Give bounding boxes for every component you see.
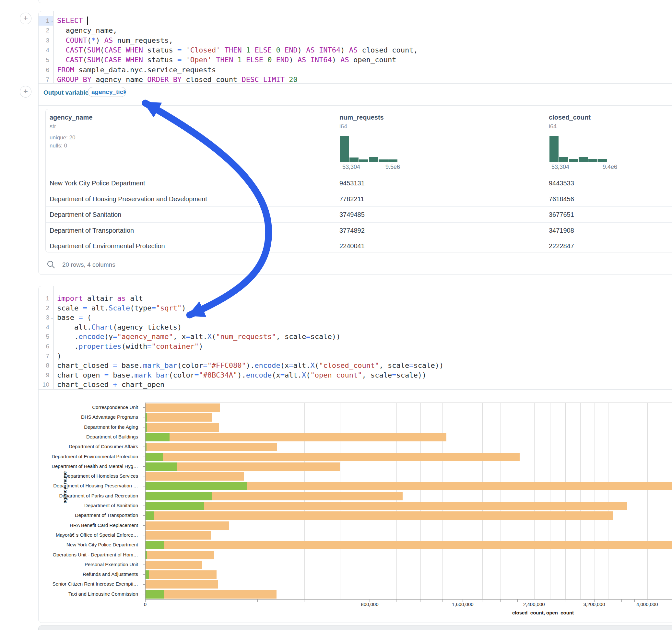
- chart-row: [146, 403, 672, 413]
- histogram-bar: [569, 159, 578, 162]
- x-tick: [482, 600, 482, 602]
- closed-count-histogram: [549, 136, 607, 162]
- histogram-bar: [579, 157, 588, 162]
- cell-closed_count: 9443533: [549, 179, 574, 187]
- histogram-bar: [350, 158, 359, 162]
- chart-row: [146, 570, 672, 579]
- chart-row: [146, 531, 672, 540]
- y-axis-label: Department of Buildings: [0, 432, 138, 442]
- cell-num_requests: 3774892: [339, 227, 365, 234]
- hist-max-label: 9.5e6: [385, 164, 400, 170]
- code-line[interactable]: 9chart_open = base.mark_bar(color="#8BC3…: [39, 370, 672, 380]
- y-axis-label: Department of Environmental Protection: [0, 452, 138, 461]
- y-tick: [143, 525, 145, 526]
- table-row[interactable]: Department of Transportation377489234719…: [46, 222, 672, 239]
- output-row-divider: [39, 105, 672, 106]
- line-number: 1⌄: [39, 16, 53, 26]
- bar-closed_count: [146, 571, 217, 579]
- code-line[interactable]: 6FROM sample_data.nyc.service_requests: [39, 65, 672, 75]
- column-header-num-requests[interactable]: num_requests i64: [339, 114, 384, 130]
- x-tick: [257, 600, 258, 602]
- editor-bottom-divider: [39, 83, 672, 84]
- y-tick: [143, 506, 145, 506]
- bar-closed_count: [146, 443, 277, 451]
- code-line[interactable]: 3⌄base = (: [39, 313, 672, 322]
- add-cell-button-output[interactable]: +: [20, 86, 31, 98]
- code-line[interactable]: 10chart_closed + chart_open: [39, 380, 672, 390]
- x-tick: [340, 600, 340, 602]
- output-variable-input[interactable]: agency_tickets: [88, 87, 126, 97]
- code-line[interactable]: 3 COUNT(*) AS num_requests,: [39, 35, 672, 45]
- chart-row: [146, 442, 672, 452]
- y-axis-label: Mayorâ€ s Office of Special Enforce…: [0, 530, 138, 540]
- column-header-agency-name[interactable]: agency_name str unique: 20 nulls: 0: [50, 114, 92, 149]
- code-text: FROM sample_data.nyc.service_requests: [57, 65, 216, 75]
- table-row[interactable]: Department of Environmental Protection22…: [46, 238, 672, 252]
- bar-closed_count: [146, 580, 218, 588]
- bar-open_count: [146, 443, 146, 451]
- line-number: 1: [39, 294, 53, 303]
- y-axis-label: Department of Housing Preservation …: [0, 481, 138, 491]
- bar-open_count: [146, 413, 147, 421]
- x-axis-label: 2,400,000: [523, 602, 545, 607]
- cell-agency_name: Department of Housing Preservation and D…: [50, 195, 207, 203]
- fold-chevron-icon[interactable]: ⌄: [50, 16, 53, 26]
- bar-closed_count: [146, 541, 672, 549]
- code-line[interactable]: 4 CAST(SUM(CASE WHEN status = 'Closed' T…: [39, 45, 672, 55]
- code-text: alt.Chart(agency_tickets): [57, 322, 182, 332]
- output-variable-label: Output variable:: [44, 89, 91, 96]
- y-tick: [143, 486, 145, 486]
- table-row[interactable]: Department of Sanitation37494853677651: [46, 207, 672, 223]
- y-tick: [143, 555, 145, 555]
- code-line[interactable]: 8chart_closed = base.mark_bar(color="#FF…: [39, 361, 672, 370]
- cell-agency_name: Department of Transportation: [50, 227, 134, 234]
- bar-open_count: [146, 502, 204, 510]
- line-number: 9: [39, 370, 53, 380]
- code-line[interactable]: 6 .properties(width="container"): [39, 342, 672, 351]
- chart-row: [146, 491, 672, 501]
- num-requests-histogram: [340, 136, 398, 162]
- bar-open_count: [146, 433, 170, 441]
- code-line[interactable]: 2scale = alt.Scale(type="sqrt"): [39, 303, 672, 313]
- y-axis-label: DHS Advantage Programs: [0, 412, 138, 422]
- code-line[interactable]: 1⌄SELECT: [39, 16, 672, 26]
- code-text: import altair as alt: [57, 294, 143, 303]
- y-tick: [143, 476, 145, 477]
- x-axis-label: 800,000: [361, 602, 378, 607]
- chart-row: [146, 471, 672, 481]
- y-tick: [143, 427, 145, 428]
- x-tick: [580, 600, 580, 602]
- chart-row: [146, 521, 672, 531]
- code-line[interactable]: 5 CAST(SUM(CASE WHEN status = 'Open' THE…: [39, 55, 672, 65]
- table-row[interactable]: Department of Housing Preservation and D…: [46, 191, 672, 207]
- y-axis-label: HRA Benefit Card Replacement: [0, 520, 138, 530]
- y-axis-label: Department of Health and Mental Hyg…: [0, 461, 138, 471]
- code-text: CAST(SUM(CASE WHEN status = 'Closed' THE…: [57, 45, 418, 55]
- sql-code-editor[interactable]: 1⌄SELECT 2 agency_name,3 COUNT(*) AS num…: [39, 11, 672, 83]
- search-icon[interactable]: [46, 260, 56, 269]
- python-code-editor[interactable]: 1import altair as alt2scale = alt.Scale(…: [39, 286, 672, 389]
- add-cell-button-top[interactable]: +: [20, 13, 31, 24]
- code-text: .encode(y="agency_name", x=alt.X("num_re…: [57, 332, 340, 342]
- fold-chevron-icon[interactable]: ⌄: [50, 313, 53, 323]
- line-number: 3: [39, 35, 53, 45]
- table-row[interactable]: New York City Police Department945313194…: [46, 175, 672, 191]
- code-line[interactable]: 2 agency_name,: [39, 26, 672, 35]
- bar-closed_count: [146, 590, 277, 599]
- code-line[interactable]: 1import altair as alt: [39, 294, 672, 303]
- bar-closed_count: [146, 453, 520, 461]
- y-tick: [143, 594, 145, 595]
- cell-num_requests: 9453131: [339, 179, 365, 187]
- bar-open_count: [146, 571, 149, 579]
- y-axis-label: New York City Police Department: [0, 540, 138, 550]
- code-text: COUNT(*) AS num_requests,: [57, 35, 173, 45]
- bar-open_count: [146, 551, 147, 559]
- code-line[interactable]: 4 alt.Chart(agency_tickets): [39, 322, 672, 332]
- bar-open_count: [146, 511, 154, 520]
- histogram-bar: [598, 159, 607, 162]
- bar-open_count: [146, 590, 164, 599]
- column-header-closed-count[interactable]: closed_count i64: [549, 114, 591, 130]
- code-line[interactable]: 7): [39, 351, 672, 361]
- code-line[interactable]: 5 .encode(y="agency_name", x=alt.X("num_…: [39, 332, 672, 342]
- x-tick: [660, 600, 660, 602]
